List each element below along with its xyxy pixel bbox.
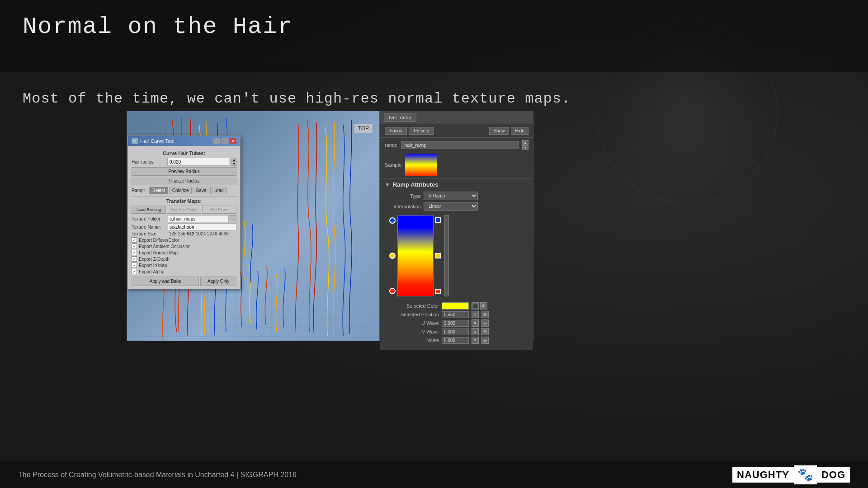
checkbox-ao[interactable]: ✓ — [132, 244, 137, 249]
ramp-position-expand-icon[interactable]: ⊞ — [481, 311, 489, 318]
ramp-save-button[interactable]: Save — [193, 187, 209, 194]
get-hair-polys-button[interactable]: Get Hair Polys — [167, 206, 201, 214]
hair-radius-spinner[interactable]: ▲ ▼ — [231, 158, 237, 166]
ramp-name-input[interactable] — [401, 141, 519, 149]
ramp-load-button[interactable]: Load — [210, 187, 226, 194]
ramp-handle-bottom[interactable] — [389, 288, 396, 294]
ramp-noise-input[interactable] — [442, 337, 469, 344]
ramp-sample-row: Sample — [380, 152, 533, 178]
ramp-focus-button[interactable]: Focus — [385, 127, 407, 135]
ramp-colorize-button[interactable]: Colorize — [169, 187, 192, 194]
hair-radius-input[interactable] — [167, 158, 229, 166]
dialog-controls[interactable]: _ □ ✕ — [213, 138, 236, 144]
ramp-handle-middle[interactable] — [389, 253, 396, 259]
checkbox-normal-label: Export Normal Map — [139, 250, 178, 255]
checkbox-diffuse-row: ✓ Export Diffuse/Color — [132, 237, 236, 243]
checkbox-idmap-label: Export Id Map — [139, 263, 167, 268]
size-2048[interactable]: 2048 — [207, 231, 217, 236]
checkbox-ao-label: Export Ambient Occlusion — [139, 244, 191, 249]
dialog-titlebar-left: H Hair Curve Tool — [132, 138, 175, 144]
load-existing-button[interactable]: Load Existing — [132, 206, 166, 214]
ramp-square-handle-bottom[interactable] — [435, 289, 441, 294]
ramp-interpolation-label: Interpolation — [385, 204, 421, 209]
ramp-arrows: ▲ ▼ — [522, 140, 528, 150]
size-128[interactable]: 128 — [169, 231, 177, 236]
dialog-titlebar: H Hair Curve Tool _ □ ✕ — [128, 136, 240, 146]
logo-text: NAUGHTY — [732, 467, 794, 483]
ramp-u-wave-input[interactable] — [442, 320, 469, 327]
texture-folder-browse-button[interactable]: ... — [230, 215, 236, 222]
checkbox-zdepth[interactable]: ✓ — [132, 256, 137, 262]
ramp-type-row: Type V Ramp — [385, 192, 528, 200]
ramp-selected-section: Selected Color ⬛ ⊞ Selected Position ≡ ⊞… — [385, 299, 528, 347]
ramp-gradient-right-handles — [435, 215, 441, 296]
hair-radius-label: Hair radius: — [132, 160, 165, 164]
ramp-handle-top[interactable] — [389, 217, 396, 224]
size-1024[interactable]: 1024 — [196, 231, 206, 236]
ramp-v-wave-input[interactable] — [442, 328, 469, 335]
preview-radius-button[interactable]: Preview Radius — [132, 167, 236, 176]
ramp-hide-button[interactable]: Hide — [511, 127, 528, 135]
checkbox-normal[interactable]: ✓ — [132, 250, 137, 255]
dialog-maximize-button[interactable]: □ — [221, 138, 228, 144]
apply-only-button[interactable]: Apply Only — [200, 277, 236, 286]
dialog-title: Hair Curve Tool — [140, 138, 175, 144]
ramp-attr-collapse-icon[interactable]: ▼ — [385, 182, 390, 188]
ramp-position-slider-icon[interactable]: ≡ — [472, 311, 479, 318]
ramp-color-expand-icon[interactable]: ⊞ — [480, 302, 487, 310]
size-4096[interactable]: 4096 — [219, 231, 229, 236]
ramp-selected-color-label: Selected Color — [389, 303, 439, 309]
ramp-show-hide-buttons: Show Hide — [489, 127, 528, 135]
spinner-down[interactable]: ▼ — [231, 162, 237, 166]
ramp-tab[interactable]: hair_ramp — [384, 113, 416, 122]
ramp-selected-position-input[interactable] — [442, 311, 469, 318]
ramp-presets-button[interactable]: Presets — [409, 127, 434, 135]
ramp-u-wave-slider-icon[interactable]: ≡ — [472, 319, 479, 327]
ramp-arrow-up[interactable]: ▲ — [522, 140, 528, 145]
ramp-interpolation-select[interactable]: Linear — [424, 202, 478, 211]
ramp-label: Ramp: — [132, 188, 147, 193]
ramp-show-button[interactable]: Show — [489, 127, 509, 135]
ramp-v-wave-slider-icon[interactable]: ≡ — [472, 328, 479, 335]
ramp-selected-color-swatch[interactable] — [442, 302, 469, 310]
checkbox-alpha[interactable]: ✓ — [132, 269, 137, 274]
dialog-body: Curve Hair Tubes: Hair radius: ▲ ▼ Previ… — [128, 146, 240, 289]
ramp-gradient-container — [385, 212, 528, 299]
get-plane-button[interactable]: Get Plane — [202, 206, 236, 214]
ramp-name-row: ramp: ▲ ▼ — [380, 138, 533, 152]
dialog-separator-1 — [132, 196, 236, 197]
finalize-radius-button[interactable]: Finalize Radius — [132, 177, 236, 185]
ramp-gradient-bar[interactable] — [397, 215, 434, 296]
checkbox-zdepth-row: ✓ Export Z-Depth — [132, 256, 236, 262]
checkbox-idmap-row: ✓ Export Id Map — [132, 263, 236, 268]
ramp-u-wave-expand-icon[interactable]: ⊞ — [481, 319, 489, 327]
checkbox-alpha-label: Export Alpha — [139, 269, 165, 274]
ramp-square-handle-middle[interactable] — [435, 253, 441, 258]
texture-folder-row: Texture Folder: ... — [132, 215, 236, 222]
ramp-type-select[interactable]: V Ramp — [424, 192, 478, 200]
texture-name-label: Texture Name: — [132, 225, 168, 230]
ramp-square-handle-top[interactable] — [435, 217, 441, 223]
texture-name-input[interactable] — [168, 223, 236, 230]
ramp-color-picker-icon[interactable]: ⬛ — [472, 302, 479, 310]
main-content: TOP — [0, 111, 868, 461]
dialog-close-button[interactable]: ✕ — [229, 138, 236, 144]
checkbox-idmap[interactable]: ✓ — [132, 263, 137, 268]
checkbox-diffuse[interactable]: ✓ — [132, 237, 137, 243]
ramp-arrow-down[interactable]: ▼ — [522, 145, 528, 150]
ramp-tab-bar: hair_ramp — [380, 111, 533, 124]
ramp-v-wave-expand-icon[interactable]: ⊞ — [481, 328, 489, 335]
ramp-noise-expand-icon[interactable]: ⊞ — [481, 337, 489, 344]
ramp-buttons: Select Colorize Save Load — [149, 187, 227, 194]
ramp-gradient-left-handles — [389, 215, 396, 296]
ramp-noise-slider-icon[interactable]: ≡ — [472, 337, 479, 344]
size-256[interactable]: 256 — [178, 231, 186, 236]
size-512[interactable]: 512 — [187, 231, 194, 236]
ramp-select-button[interactable]: Select — [149, 187, 168, 194]
dialog-minimize-button[interactable]: _ — [213, 138, 220, 144]
texture-folder-input[interactable] — [168, 215, 229, 222]
ramp-sample-label: Sample — [385, 162, 401, 168]
ramp-scrollbar[interactable] — [444, 215, 449, 296]
apply-and-bake-button[interactable]: Apply and Bake — [132, 277, 199, 286]
spinner-up[interactable]: ▲ — [231, 158, 237, 162]
